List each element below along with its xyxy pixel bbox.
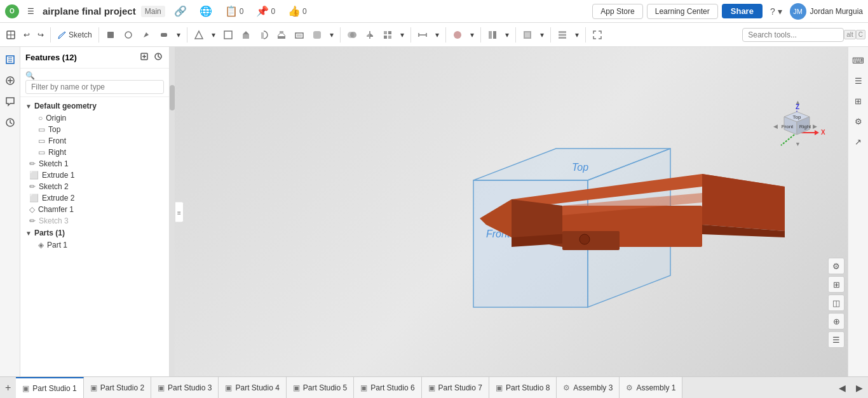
toolbar-dropdown9[interactable]: ▾ — [572, 29, 582, 41]
vp-zoom-btn[interactable]: ⊕ — [828, 313, 844, 329]
tab-part-studio-1[interactable]: ▣ Part Studio 1 — [16, 377, 83, 398]
search-input[interactable] — [742, 28, 844, 42]
parts-section-header[interactable]: ▼ Parts (1) — [20, 227, 169, 239]
sidebar-history-btn[interactable] — [3, 115, 18, 132]
toolbar-circle[interactable] — [120, 28, 137, 42]
rp-export-btn[interactable]: ↗ — [850, 133, 867, 150]
docs-button[interactable]: 📋 0 — [221, 4, 248, 18]
tab-part-studio-7[interactable]: ▣ Part Studio 7 — [422, 377, 489, 398]
scrollbar[interactable] — [170, 47, 175, 376]
vp-settings-btn[interactable]: ⚙ — [828, 258, 844, 274]
toolbar-rect[interactable] — [220, 28, 236, 42]
toolbar-fullscreen[interactable] — [589, 28, 606, 42]
panel-collapse-handle[interactable]: ≡ — [175, 201, 184, 222]
tab-assembly-3[interactable]: ⚙ Assembly 3 — [557, 377, 620, 398]
tree-item-extrude2[interactable]: ⬜ Extrude 2 — [20, 192, 169, 204]
tree-item-right[interactable]: ▭ Right — [20, 147, 169, 158]
toolbar-measure[interactable] — [414, 28, 431, 42]
vp-display-btn[interactable]: ◫ — [828, 295, 844, 311]
toolbar-dropdown4[interactable]: ▾ — [397, 29, 407, 41]
toolbar-revolve[interactable] — [255, 28, 272, 42]
user-name[interactable]: Jordan Murguia — [810, 7, 863, 16]
toolbar-sketch[interactable]: Sketch — [54, 28, 95, 42]
toolbar-transform[interactable] — [3, 28, 19, 42]
search-area: alt C — [742, 28, 865, 42]
tree-item-part1[interactable]: ◈ Part 1 — [20, 239, 169, 251]
tree-item-sketch1[interactable]: ✏ Sketch 1 — [20, 158, 169, 169]
tab-part-studio-8[interactable]: ▣ Part Studio 8 — [489, 377, 557, 398]
hamburger-menu[interactable]: ☰ — [24, 5, 37, 18]
toolbar-shape3[interactable] — [191, 28, 207, 42]
toolbar-dropdown1[interactable]: ▾ — [173, 29, 184, 41]
tab-part-studio-5[interactable]: ▣ Part Studio 5 — [287, 377, 354, 398]
link-button[interactable]: 🔗 — [170, 4, 191, 18]
like-button[interactable]: 👍 0 — [284, 4, 311, 18]
toolbar-dropdown2[interactable]: ▾ — [208, 29, 219, 41]
tree-item-extrude1[interactable]: ⬜ Extrude 1 — [20, 169, 169, 181]
branch-label[interactable]: Main — [141, 6, 165, 17]
toolbar-appearance[interactable] — [449, 28, 466, 42]
toolbar-dropdown6[interactable]: ▾ — [467, 29, 477, 41]
tab-label-5: Part Studio 5 — [303, 383, 347, 392]
toolbar-settings[interactable] — [554, 28, 571, 42]
tree-item-origin[interactable]: ○ Origin — [20, 112, 169, 124]
toolbar-export[interactable] — [519, 28, 536, 42]
toolbar-undo[interactable]: ↩ — [20, 29, 33, 41]
tab-nav-next[interactable]: ▶ — [851, 377, 868, 398]
view-cube-gizmo[interactable]: Top Front Right X Z ▲ ▼ ◀ ▶ — [762, 98, 832, 168]
scrollbar-thumb[interactable] — [170, 85, 175, 110]
pin-button[interactable]: 📌 0 — [252, 4, 279, 18]
sidebar-features-btn[interactable] — [3, 52, 18, 69]
rp-list-btn[interactable]: ☰ — [850, 72, 867, 89]
toolbar-view[interactable] — [484, 28, 501, 42]
vp-misc-btn[interactable]: ☰ — [828, 331, 844, 348]
toolbar-shape2[interactable] — [156, 28, 172, 42]
tree-item-top[interactable]: ▭ Top — [20, 124, 169, 135]
svg-marker-57 — [702, 174, 785, 231]
tab-part-studio-6[interactable]: ▣ Part Studio 6 — [354, 377, 421, 398]
add-tab-button[interactable]: + — [0, 377, 16, 398]
toolbar-shell[interactable] — [291, 28, 308, 42]
toolbar-dropdown8[interactable]: ▾ — [537, 29, 547, 41]
sidebar-comment-btn[interactable] — [3, 94, 18, 111]
tree-item-sketch2[interactable]: ✏ Sketch 2 — [20, 181, 169, 192]
app-store-button[interactable]: App Store — [592, 4, 642, 19]
feature-add-btn[interactable] — [139, 51, 150, 64]
toolbar-dropdown5[interactable]: ▾ — [432, 29, 442, 41]
extrude2-label: Extrude 2 — [42, 194, 74, 202]
toolbar-dropdown7[interactable]: ▾ — [502, 29, 512, 41]
toolbar-redo[interactable]: ↪ — [34, 29, 47, 41]
rp-grid-btn[interactable]: ⊞ — [850, 93, 867, 109]
rp-keyboard-btn[interactable]: ⌨ — [850, 52, 867, 69]
toolbar-loft[interactable] — [273, 28, 290, 42]
globe-button[interactable]: 🌐 — [196, 4, 216, 18]
default-geometry-header[interactable]: ▼ Default geometry — [20, 100, 169, 112]
feature-clock-btn[interactable] — [153, 51, 164, 64]
toolbar-boolean[interactable] — [344, 28, 360, 42]
filter-icon-btn[interactable]: 🔍 — [25, 71, 37, 80]
sidebar-add-btn[interactable] — [3, 73, 18, 90]
toolbar-icon1[interactable] — [102, 28, 119, 42]
tree-item-front[interactable]: ▭ Front — [20, 135, 169, 147]
toolbar-extrude[interactable] — [238, 28, 254, 42]
tree-item-chamfer1[interactable]: ◇ Chamfer 1 — [20, 204, 169, 215]
help-button[interactable]: ? ▾ — [766, 5, 786, 18]
tree-item-sketch3[interactable]: ✏ Sketch 3 — [20, 215, 169, 227]
toolbar-dropdown3[interactable]: ▾ — [327, 29, 337, 41]
rp-settings-btn[interactable]: ⚙ — [850, 113, 867, 129]
vp-view-btn[interactable]: ⊞ — [828, 276, 844, 293]
tab-part-studio-3[interactable]: ▣ Part Studio 3 — [151, 377, 219, 398]
learning-center-button[interactable]: Learning Center — [647, 4, 718, 19]
toolbar-mirror[interactable] — [362, 28, 378, 42]
share-button[interactable]: Share — [722, 4, 763, 18]
filter-input[interactable] — [25, 80, 164, 94]
avatar[interactable]: JM — [790, 3, 806, 20]
tab-part-studio-4[interactable]: ▣ Part Studio 4 — [219, 377, 286, 398]
toolbar-shape1[interactable] — [138, 28, 154, 42]
tab-nav-prev[interactable]: ◀ — [834, 377, 851, 398]
toolbar-fillet[interactable] — [309, 28, 325, 42]
tab-part-studio-2[interactable]: ▣ Part Studio 2 — [84, 377, 151, 398]
toolbar-pattern[interactable] — [379, 28, 396, 42]
3d-viewport[interactable]: Front Top Right — [175, 47, 848, 376]
tab-assembly-1[interactable]: ⚙ Assembly 1 — [620, 377, 682, 398]
